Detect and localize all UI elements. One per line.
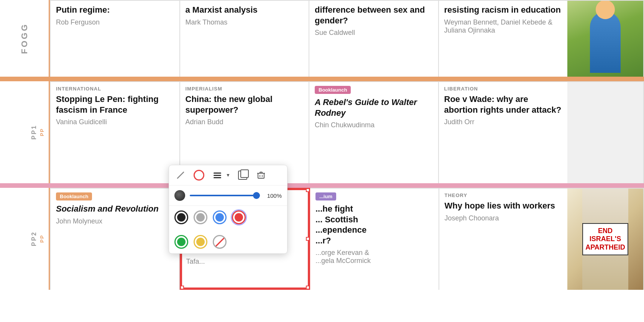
pp1-image xyxy=(567,81,644,183)
booklaunch-badge-pp2-3: ...ium xyxy=(315,192,336,200)
fogg-divider xyxy=(0,77,50,81)
booklaunch-badge-pp1-3: Booklaunch xyxy=(315,86,351,94)
color-none[interactable] xyxy=(213,235,227,249)
pp2-label: PP2 xyxy=(31,231,38,246)
cell-fogg-2: a Marxist analysis Mark Thomas xyxy=(180,0,310,77)
cell-pp2-3-author: ...orge Kerevan &...gela McCormick xyxy=(315,249,433,265)
protest-line1: END xyxy=(585,227,625,235)
svg-rect-2 xyxy=(258,173,264,178)
duplicate-icon[interactable] xyxy=(237,169,249,181)
fogg-row: Putin regime: Rob Ferguson a Marxist ana… xyxy=(50,0,644,77)
color-black[interactable] xyxy=(174,210,188,224)
cell-fogg-1-author: Rob Ferguson xyxy=(56,18,174,26)
color-red[interactable] xyxy=(232,210,246,224)
svg-line-0 xyxy=(177,172,184,178)
cell-fogg-4: resisting racism in education Weyman Ben… xyxy=(439,0,568,77)
cell-pp1-1: INTERNATIONAL Stopping Le Pen: fighting … xyxy=(50,81,180,183)
booklaunch-badge-pp2-1: Booklaunch xyxy=(56,192,92,200)
pp1-pp-label: PP xyxy=(39,128,45,136)
cell-pp2-2-author: Tafa... xyxy=(186,258,304,266)
main-grid: Putin regime: Rob Ferguson a Marxist ana… xyxy=(50,0,644,322)
row-divider-1 xyxy=(50,77,644,81)
cell-fogg-2-author: Mark Thomas xyxy=(186,18,304,26)
toolbar-icon-row: ▼ xyxy=(169,165,287,186)
cell-pp1-4: LIBERATION Roe v Wade: why are abortion … xyxy=(439,81,568,183)
delete-icon[interactable] xyxy=(255,169,267,181)
cell-pp1-1-author: Vanina Guidicelli xyxy=(56,118,174,126)
pp2-image-bg: END ISRAEL'S APARTHEID xyxy=(567,189,643,290)
color-gray[interactable] xyxy=(194,210,207,224)
cell-pp2-3: ...ium ...he fight... Scottish...ependen… xyxy=(310,188,439,290)
handle-tr[interactable] xyxy=(306,188,310,192)
opacity-icon xyxy=(174,190,185,201)
pp1-label: PP1 xyxy=(31,125,38,140)
cell-pp1-3: Booklaunch A Rebel's Guide to Walter Rod… xyxy=(309,81,439,183)
align-icon[interactable] xyxy=(211,169,223,181)
handle-bl[interactable] xyxy=(180,286,184,289)
pp2-row: Booklaunch Socialism and Revolution John… xyxy=(50,188,644,290)
cell-pp1-4-author: Judith Orr xyxy=(444,118,562,126)
opacity-slider-thumb[interactable] xyxy=(253,192,260,199)
cell-pp2-1-title: Socialism and Revolution xyxy=(56,204,174,214)
color-blue[interactable] xyxy=(213,210,227,224)
cell-pp1-3-author: Chin Chukwudinma xyxy=(315,121,433,129)
row-divider-2 xyxy=(50,183,644,188)
pencil-slash-icon[interactable] xyxy=(174,169,187,181)
fogg-label: FOGG xyxy=(20,23,30,54)
cell-fogg-4-title: resisting racism in education xyxy=(444,5,562,15)
pp1-row: INTERNATIONAL Stopping Le Pen: fighting … xyxy=(50,81,644,183)
cell-fogg-1: Putin regime: Rob Ferguson xyxy=(50,0,180,77)
handle-mr[interactable] xyxy=(306,237,310,241)
cell-pp1-4-title: Roe v Wade: why are abortion rights unde… xyxy=(444,94,562,115)
protest-line2: ISRAEL'S xyxy=(585,235,625,243)
cell-pp2-4-title: Why hope lies with workers xyxy=(445,200,562,211)
row-labels: FOGG PP1 PP PP2 PP xyxy=(0,0,50,322)
schedule-grid: FOGG PP1 PP PP2 PP Putin regime: Rob Fer… xyxy=(0,0,644,322)
cell-pp1-1-title: Stopping Le Pen: fighting fascism in Fra… xyxy=(56,94,174,115)
color-yellow[interactable] xyxy=(194,235,207,249)
opacity-value: 100% xyxy=(264,192,282,199)
cell-fogg-3-title: difference between sex and gender? xyxy=(315,5,433,26)
cell-pp2-4-author: Joseph Choonara xyxy=(445,214,562,222)
color-green[interactable] xyxy=(174,235,188,249)
cell-pp2-4-category: THEORY xyxy=(445,192,562,198)
opacity-slider-track[interactable] xyxy=(190,195,260,196)
cell-fogg-1-title: Putin regime: xyxy=(56,5,174,15)
pp2-pp-label: PP xyxy=(39,235,45,243)
cell-fogg-2-title: a Marxist analysis xyxy=(186,5,304,15)
protest-sign: END ISRAEL'S APARTHEID xyxy=(582,223,628,256)
cell-pp1-3-title: A Rebel's Guide to Walter Rodney xyxy=(315,97,433,118)
fogg-image-bg xyxy=(567,1,643,77)
cell-pp2-3-title: ...he fight... Scottish...ependence...r? xyxy=(315,204,433,246)
align-chevron[interactable]: ▼ xyxy=(226,172,230,178)
cell-pp1-4-category: LIBERATION xyxy=(444,86,562,92)
cell-pp2-1-author: John Molyneux xyxy=(56,217,174,225)
protest-line3: APARTHEID xyxy=(585,243,625,252)
color-picker xyxy=(169,206,287,253)
cell-fogg-3-author: Sue Caldwell xyxy=(315,29,433,37)
pp1-divider xyxy=(0,183,50,188)
cell-fogg-3: difference between sex and gender? Sue C… xyxy=(309,0,439,77)
red-circle-icon[interactable] xyxy=(193,169,205,181)
pp2-image: END ISRAEL'S APARTHEID xyxy=(567,188,644,290)
cell-pp1-2-category: IMPERIALISM xyxy=(186,86,304,92)
cell-fogg-4-author: Weyman Bennett, Daniel Kebede & Juliana … xyxy=(444,18,562,34)
cell-pp2-1: Booklaunch Socialism and Revolution John… xyxy=(50,188,180,290)
cell-pp1-2-author: Adrian Budd xyxy=(186,118,304,126)
fogg-image xyxy=(567,0,644,77)
opacity-slider-row: 100% xyxy=(169,186,287,206)
cell-pp1-1-category: INTERNATIONAL xyxy=(56,86,174,92)
annotation-toolbar: ▼ 100% xyxy=(169,165,288,254)
handle-br[interactable] xyxy=(306,286,310,289)
cell-pp1-2-title: China: the new global superpower? xyxy=(186,94,304,115)
cell-pp2-4: THEORY Why hope lies with workers Joseph… xyxy=(439,188,568,290)
